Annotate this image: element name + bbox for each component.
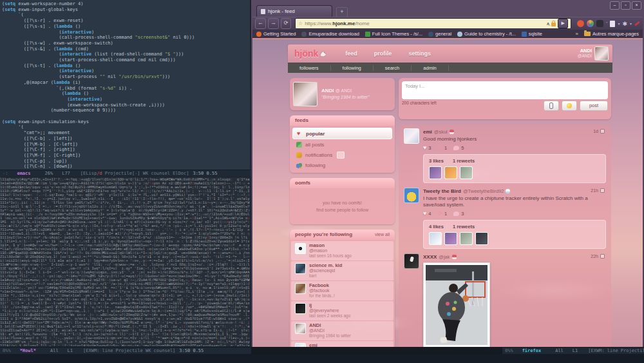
reload-button[interactable]: ⟳ [281, 18, 291, 29]
ublock-icon[interactable] [577, 20, 584, 27]
translate-icon[interactable]: ᴀ̲ [547, 21, 549, 26]
developer-wrench-icon[interactable] [634, 21, 640, 26]
person-name[interactable]: emi [309, 343, 341, 347]
bookmark-item[interactable]: Guide to chemistry - /t... [457, 31, 516, 37]
liker-avatar[interactable] [475, 232, 488, 245]
avatar[interactable] [404, 128, 419, 144]
back-button[interactable]: ← [255, 18, 266, 29]
site-logo[interactable]: hjönk [294, 48, 327, 59]
minimize-button[interactable]: – [610, 1, 620, 10]
view-all-link[interactable]: view all [375, 230, 390, 240]
post: 21hTweety the Bird@TweetytheBird92I have… [404, 188, 606, 249]
nav-link-settings[interactable]: settings [408, 50, 431, 57]
liker-avatar[interactable] [429, 166, 442, 179]
close-button[interactable]: × [632, 1, 641, 10]
emacs-code-buffer[interactable]: (setq exwm-workspace-number 4)(setq exwm… [0, 0, 250, 170]
bookmark-item[interactable]: general [428, 31, 451, 37]
oomfs-hint-text[interactable]: find some people to follow [316, 206, 368, 213]
subnav-link-followers[interactable]: followers [288, 65, 331, 71]
reweet-button[interactable]: ⟳1 [438, 210, 448, 217]
lock-icon[interactable] [551, 23, 556, 26]
url-bar[interactable]: ☆ https://www.hjonk.me/home ᴀ̲ ▶ [295, 18, 571, 29]
feed-item-all-posts[interactable]: all posts [292, 140, 392, 150]
nav-link-profile[interactable]: profile [374, 50, 392, 57]
bookmark-item[interactable]: Emuparadise download [301, 31, 359, 37]
liker-avatar[interactable] [460, 232, 473, 245]
chevron-down-icon[interactable]: ▾ [630, 21, 632, 26]
person-row[interactable]: science m. kid@scienceqidbart [291, 261, 393, 280]
other-bookmarks-folder[interactable]: Autres marque-pages [584, 31, 639, 37]
comment-button[interactable]: 3 [453, 211, 464, 217]
person-row[interactable]: ij@ijeverywherelast seen 2 weeks ago [291, 301, 393, 320]
bookmark-item[interactable]: Getting Started [256, 31, 296, 37]
new-tab-button[interactable]: + [336, 7, 348, 17]
bookmark-star-icon[interactable]: ☆ [298, 21, 303, 26]
post-author-name[interactable]: Tweety the Bird [423, 188, 461, 195]
post-author-handle[interactable]: @skul [434, 128, 448, 135]
person-handle[interactable]: @ANDI [309, 328, 351, 333]
avatar[interactable] [293, 82, 317, 106]
nav-link-feed[interactable]: feed [345, 50, 357, 57]
feed-item-notifications[interactable]: notifications [292, 150, 392, 160]
feed-item-following[interactable]: following [292, 161, 392, 170]
colorwheel-addon-icon[interactable] [587, 20, 594, 27]
maximize-button[interactable]: ▫ [621, 1, 630, 10]
post-author-name[interactable]: emi [423, 128, 432, 135]
ascii-art-buffer[interactable]: l11q8vu/y(#qy*uEIIn,+In+1?'?;.-=v?qq,:+u… [0, 177, 250, 346]
person-row[interactable]: ANDI@ANDIBringing 1984 to witter [291, 321, 393, 340]
person-handle[interactable]: @scienceqid [309, 268, 342, 273]
browser-tab[interactable]: hjonk - feed [256, 5, 332, 17]
person-row[interactable]: Facbook@facbookfor the birds..! [291, 281, 393, 300]
person-name[interactable]: mason [309, 243, 352, 248]
header-user[interactable]: ANDI @ANDI [578, 46, 612, 61]
like-button[interactable]: ♥3 [423, 144, 431, 151]
person-name[interactable]: ANDI [309, 323, 351, 328]
person-name[interactable]: ij [309, 303, 350, 308]
person-row[interactable]: emi@skulWorking on hjonk [291, 341, 393, 347]
post-button[interactable]: post [580, 101, 608, 111]
subnav-link-following[interactable]: following [331, 65, 374, 71]
extension-icon[interactable] [596, 20, 603, 27]
bookmark-item[interactable]: Full Icon Themes - /s/... [365, 31, 422, 37]
code-line: ([?\s-w] . exwm-workspace-switch) [2, 41, 250, 46]
person-handle[interactable]: @facbook [309, 288, 335, 293]
post-author-name[interactable]: XXXX [423, 253, 437, 260]
avatar[interactable] [594, 46, 609, 61]
bookmarks-overflow-chevron[interactable]: » [575, 31, 578, 37]
post-author-handle[interactable]: @jak [439, 253, 450, 260]
chevron-down-icon[interactable]: ▾ [618, 21, 620, 26]
forward-button[interactable]: → [268, 18, 279, 29]
person-handle[interactable]: @mason [309, 248, 352, 253]
page-actions-icon[interactable] [610, 21, 615, 27]
post-author-handle[interactable]: @TweetytheBird92 [463, 188, 504, 195]
person-row[interactable]: mason@masonlast seen 16 hours ago [291, 241, 393, 260]
like-button[interactable]: ♥4 [423, 210, 431, 217]
post-menu-icon[interactable] [600, 188, 605, 193]
liker-avatar[interactable] [444, 232, 457, 245]
compose-input[interactable]: Today I... [402, 81, 608, 99]
subnav-link-admin[interactable]: admin [412, 65, 448, 71]
post-photo[interactable] [423, 262, 490, 347]
reweet-button[interactable]: ⟳1 [438, 144, 448, 151]
person-name[interactable]: science m. kid [309, 263, 342, 268]
person-name[interactable]: Facbook [309, 283, 335, 288]
go-button[interactable]: ▶ [558, 19, 568, 28]
post-menu-icon[interactable] [600, 254, 605, 259]
grid-icon [296, 142, 302, 148]
comment-button[interactable]: 5 [453, 145, 464, 151]
liker-avatar[interactable] [444, 166, 457, 179]
post-menu-icon[interactable] [600, 129, 605, 133]
attach-button[interactable] [544, 101, 559, 111]
feed-item-popular[interactable]: ♥popular [292, 128, 392, 139]
avatar[interactable] [404, 253, 419, 269]
dunk-photo[interactable] [426, 265, 488, 345]
liker-avatar[interactable] [460, 166, 473, 179]
feed-item-label: all posts [305, 142, 324, 148]
bookmarks-menu-icon[interactable]: ✱ [622, 21, 627, 27]
person-handle[interactable]: @ijeverywhere [309, 308, 350, 313]
liker-avatar[interactable] [429, 232, 442, 245]
bookmark-item[interactable]: sqlsite [522, 31, 542, 37]
subnav-link-search[interactable]: search [374, 65, 412, 71]
emoji-button[interactable] [562, 101, 577, 111]
avatar[interactable] [404, 188, 419, 203]
